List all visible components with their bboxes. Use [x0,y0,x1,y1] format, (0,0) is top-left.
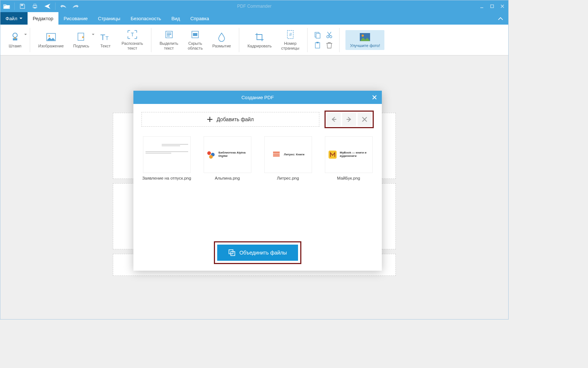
collapse-ribbon-icon[interactable] [496,14,505,23]
merge-button[interactable]: Объединить файлы [217,245,298,261]
highlight-button[interactable]: Выделить текст [156,28,182,52]
file-thumbnail: MyBook — книги и аудиокниги [325,136,373,173]
maximize-icon[interactable] [488,2,496,11]
image-icon [46,32,56,43]
svg-point-6 [13,33,17,37]
svg-rect-15 [167,33,171,33]
file-thumbnail [143,136,191,173]
crop-icon [255,32,264,43]
svg-rect-34 [273,154,280,155]
blur-button[interactable]: Размытие [209,30,235,50]
add-file-label: Добавить файл [216,116,254,122]
signature-icon [77,32,86,43]
svg-rect-27 [316,42,319,43]
minimize-icon[interactable] [477,2,486,11]
svg-point-30 [207,151,211,155]
print-icon[interactable] [29,0,41,12]
send-icon[interactable] [41,0,54,12]
svg-rect-17 [167,36,170,36]
highlight-icon [165,29,173,40]
stamp-icon [10,32,20,43]
svg-point-24 [327,36,329,38]
chevron-down-icon [24,34,27,35]
signature-button[interactable]: Подпись [69,30,93,50]
merge-label: Объединить файлы [239,250,287,256]
hide-icon [191,29,200,40]
save-icon[interactable] [16,0,29,12]
svg-text:T: T [105,35,109,41]
file-item[interactable]: Литрес: Книги Литрес.png [263,136,313,180]
close-icon[interactable] [498,2,507,11]
next-button[interactable] [342,113,356,126]
app-title: PDF Commander [237,4,271,9]
delete-icon[interactable] [325,41,333,49]
menu-pages[interactable]: Страницы [93,12,125,25]
svg-text:T: T [100,33,105,42]
menu-file[interactable]: Файл [0,12,28,25]
dialog-title: Создание PDF [241,95,274,100]
file-name: Альпина.png [215,176,240,180]
menu-drawing[interactable]: Рисование [58,12,93,25]
file-thumbnail: Литрес: Книги [264,136,312,173]
blur-icon [218,32,225,43]
svg-rect-33 [273,152,280,153]
dialog-close-icon[interactable] [370,93,379,102]
paste-icon[interactable] [313,41,322,49]
chevron-down-icon [92,34,94,35]
svg-rect-0 [21,4,23,6]
text-button[interactable]: TT Текст [95,30,116,50]
clipboard-group [312,30,335,50]
menubar: Файл Редактор Рисование Страницы Безопас… [0,12,508,25]
stamp-label: Штамп [9,44,22,48]
promo-label: Улучшите фото! [350,43,380,48]
blur-label: Размытие [212,44,231,48]
menu-editor[interactable]: Редактор [28,12,58,25]
promo-button[interactable]: Улучшите фото! [345,30,384,50]
remove-button[interactable] [358,113,372,126]
pagenum-button[interactable]: # Номер страницы [277,28,303,52]
open-icon[interactable] [0,0,13,12]
promo-icon [359,32,371,42]
crop-button[interactable]: Кадрировать [244,30,275,50]
create-pdf-dialog: Создание PDF Добавить файл [133,91,382,271]
nav-group [325,111,374,128]
cut-icon[interactable] [325,31,333,39]
app-window: PDF Commander Файл Редактор Рисование Ст… [0,0,509,320]
svg-rect-26 [315,43,320,48]
svg-point-32 [209,155,213,159]
menu-security[interactable]: Безопасность [125,12,166,25]
merge-highlight: Объединить файлы [214,241,301,264]
undo-icon[interactable] [57,0,69,12]
ocr-button[interactable]: T Распознать текст [118,28,147,52]
image-label: Изображение [38,44,64,48]
files-grid: Заявление на отпуск.png Библиотека Alpin… [141,136,374,180]
file-item[interactable]: MyBook — книги и аудиокниги МайБук.png [323,136,374,180]
ocr-icon: T [127,29,137,40]
svg-text:T: T [131,32,134,37]
menu-file-label: Файл [6,16,17,21]
svg-rect-36 [329,151,337,159]
svg-rect-35 [273,155,280,156]
image-button[interactable]: Изображение [35,30,67,50]
ribbon: Штамп Изображение Подпись TT Текст T Рас… [0,25,508,55]
file-item[interactable]: Заявление на отпуск.png [141,136,192,180]
menu-view[interactable]: Вид [166,12,185,25]
crop-label: Кадрировать [247,44,272,48]
svg-point-25 [330,36,332,38]
file-thumbnail: Библиотека Alpina Digital [204,136,251,173]
menu-help[interactable]: Справка [185,12,214,25]
text-label: Текст [100,44,111,48]
chevron-down-icon [19,18,22,19]
hide-button[interactable]: Скрыть область [184,28,207,52]
redo-icon[interactable] [69,0,82,12]
highlight-label: Выделить текст [159,41,178,50]
plus-icon [207,116,213,122]
svg-rect-19 [193,33,197,36]
prev-button[interactable] [327,113,341,126]
stamp-button[interactable]: Штамп [5,30,25,50]
file-item[interactable]: Библиотека Alpina Digital Альпина.png [202,136,252,180]
hide-label: Скрыть область [188,41,203,50]
copy-icon[interactable] [313,31,322,39]
add-file-button[interactable]: Добавить файл [141,112,319,127]
svg-rect-5 [491,5,494,8]
